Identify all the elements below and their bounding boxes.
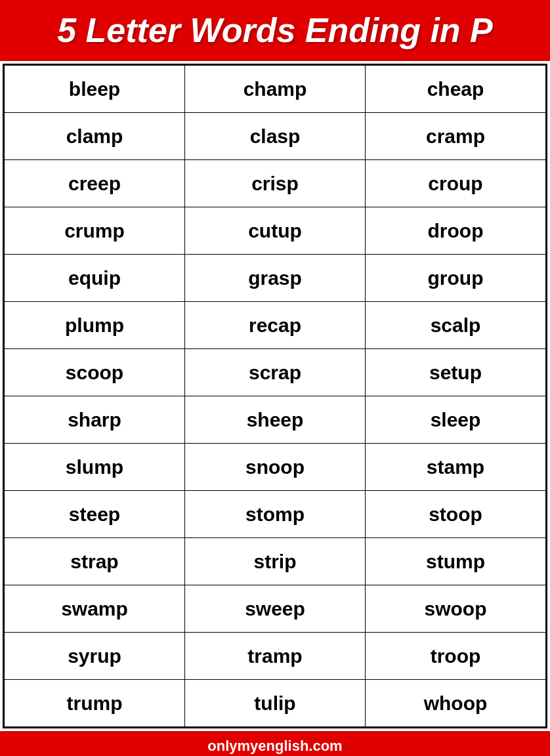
word-cell-3-1: cutup: [185, 207, 366, 255]
word-cell-0-0: bleep: [5, 66, 185, 113]
page-footer: onlymyenglish.com: [0, 731, 550, 756]
word-cell-7-0: sharp: [5, 396, 185, 444]
words-table: bleepchampcheapclampclaspcrampcreepcrisp…: [4, 65, 546, 727]
word-cell-2-2: croup: [366, 160, 546, 207]
word-cell-9-1: stomp: [185, 491, 366, 538]
table-row: slumpsnoopstamp: [5, 444, 546, 491]
word-cell-7-1: sheep: [185, 396, 366, 444]
table-row: crumpcutupdroop: [5, 207, 546, 255]
word-cell-10-2: stump: [366, 538, 546, 585]
table-row: equipgraspgroup: [5, 255, 546, 302]
words-table-container: bleepchampcheapclampclaspcrampcreepcrisp…: [3, 64, 547, 728]
word-cell-10-0: strap: [5, 538, 185, 585]
word-cell-9-0: steep: [5, 491, 185, 538]
table-row: scoopscrapsetup: [5, 349, 546, 396]
word-cell-0-2: cheap: [366, 66, 546, 113]
word-cell-12-2: troop: [366, 633, 546, 680]
word-cell-1-2: cramp: [366, 113, 546, 160]
word-cell-9-2: stoop: [366, 491, 546, 538]
word-cell-1-1: clasp: [185, 113, 366, 160]
word-cell-10-1: strip: [185, 538, 366, 585]
word-cell-11-2: swoop: [366, 585, 546, 633]
word-cell-13-0: trump: [5, 680, 185, 727]
word-cell-12-1: tramp: [185, 633, 366, 680]
word-cell-4-1: grasp: [185, 255, 366, 302]
word-cell-2-1: crisp: [185, 160, 366, 207]
table-row: sharpsheepsleep: [5, 396, 546, 444]
table-row: steepstompstoop: [5, 491, 546, 538]
word-cell-5-0: plump: [5, 302, 185, 349]
table-row: trumptulipwhoop: [5, 680, 546, 727]
word-cell-11-0: swamp: [5, 585, 185, 633]
table-row: syruptramptroop: [5, 633, 546, 680]
page-header: 5 Letter Words Ending in P: [0, 0, 550, 61]
word-cell-12-0: syrup: [5, 633, 185, 680]
table-row: bleepchampcheap: [5, 66, 546, 113]
table-row: creepcrispcroup: [5, 160, 546, 207]
word-cell-8-2: stamp: [366, 444, 546, 491]
word-cell-3-0: crump: [5, 207, 185, 255]
word-cell-0-1: champ: [185, 66, 366, 113]
word-cell-4-2: group: [366, 255, 546, 302]
word-cell-1-0: clamp: [5, 113, 185, 160]
table-row: strapstripstump: [5, 538, 546, 585]
word-cell-6-1: scrap: [185, 349, 366, 396]
page-title: 5 Letter Words Ending in P: [13, 12, 537, 49]
table-row: clampclaspcramp: [5, 113, 546, 160]
word-cell-8-0: slump: [5, 444, 185, 491]
word-cell-3-2: droop: [366, 207, 546, 255]
footer-url: onlymyenglish.com: [207, 738, 342, 754]
word-cell-5-1: recap: [185, 302, 366, 349]
word-cell-13-1: tulip: [185, 680, 366, 727]
table-row: swampsweepswoop: [5, 585, 546, 633]
word-cell-13-2: whoop: [366, 680, 546, 727]
word-cell-2-0: creep: [5, 160, 185, 207]
word-cell-11-1: sweep: [185, 585, 366, 633]
word-cell-6-2: setup: [366, 349, 546, 396]
word-cell-5-2: scalp: [366, 302, 546, 349]
word-cell-7-2: sleep: [366, 396, 546, 444]
table-row: plumprecapscalp: [5, 302, 546, 349]
word-cell-6-0: scoop: [5, 349, 185, 396]
word-cell-8-1: snoop: [185, 444, 366, 491]
word-cell-4-0: equip: [5, 255, 185, 302]
